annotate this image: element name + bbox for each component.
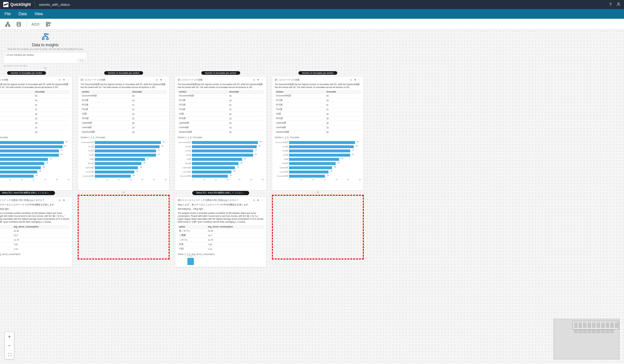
empty-card[interactable] <box>272 195 364 259</box>
separator <box>27 21 27 28</box>
more-icon[interactable]: ⋮ <box>261 199 264 202</box>
minimap[interactable] <box>553 319 619 359</box>
user-icon[interactable] <box>616 2 621 7</box>
bar-chart: DocumentDB課55EC2課54EFS課51FSx課51S3課42RDS課… <box>275 140 361 181</box>
flag-icon[interactable]: ⚑ <box>257 79 259 82</box>
card-col: Number of chocolates per section 課ごとのドーナ… <box>272 71 364 194</box>
refresh-icon[interactable]: ⟲ <box>253 199 255 202</box>
zoom-out-button[interactable]: − <box>5 341 14 350</box>
body-text: The analysis shows a moderate positive c… <box>0 212 70 223</box>
canvas[interactable]: Data to insights Describe the problem yo… <box>0 30 624 364</box>
card-title: 課のステータスとスナック消費量の間に関係はありますか？ <box>0 199 45 202</box>
more-icon[interactable]: ⋮ <box>164 79 167 82</box>
add-label: ADD: <box>31 22 40 26</box>
card-col: Number of chocolates per section 課ごとのドーナ… <box>0 71 72 194</box>
row-status: てください。 ⟲ ⚑ ⋮ ons 1. ます。 een status and d… <box>0 191 364 267</box>
logo-icon <box>3 2 8 7</box>
card-col <box>78 191 170 267</box>
flag-icon[interactable]: ⚑ <box>354 79 356 82</box>
database-icon[interactable] <box>16 21 22 28</box>
flag-icon[interactable]: ⚑ <box>63 199 65 202</box>
data-table: sectionchocolateDocumentDB課55EC2課54EFS課5… <box>0 90 70 134</box>
thread-pill[interactable]: Status 列と donut 列の相関を分析してください。 <box>192 191 249 195</box>
refresh-icon[interactable]: ⟲ <box>156 79 158 82</box>
data-table: sectionchocolateDocumentDB課55EC2課54EFS課5… <box>275 90 361 134</box>
insights-icon <box>3 33 87 42</box>
refresh-icon[interactable]: ⟲ <box>59 79 61 82</box>
menu-bar: File Data View <box>0 9 624 19</box>
insight-card[interactable]: 課のステータスとスナック消費量の間に関係はありますか？ ⟲ ⚑ ⋮ Step 1… <box>175 196 267 267</box>
thread-pill[interactable]: Number of chocolates per section <box>298 71 338 75</box>
insight-text: The DocumentDB課 has the highest number o… <box>275 83 361 89</box>
row-chocolates: Number of chocolates per section 課ごとのドーナ… <box>0 71 364 194</box>
more-icon[interactable]: ⋮ <box>67 199 70 202</box>
connector-icon: ⊕ <box>3 67 87 70</box>
zoom-in-button[interactable]: + <box>5 332 14 341</box>
chart-title: Section による Chocolate <box>81 136 167 139</box>
thread-pill[interactable]: Status 列と donut 列の相関を分析してください。 <box>0 191 55 195</box>
data-to-insights-panel: Data to insights Describe the problem yo… <box>3 33 87 70</box>
svg-rect-5 <box>46 22 48 24</box>
hierarchy-icon[interactable] <box>5 21 11 28</box>
app-logo[interactable]: QuickSight <box>3 2 31 7</box>
more-icon[interactable]: ⋮ <box>261 79 264 82</box>
empty-card[interactable] <box>78 195 170 259</box>
d2i-ask-button[interactable]: ADD <box>78 59 86 62</box>
chart-title: Section による Chocolate <box>178 136 264 139</box>
svg-rect-2 <box>6 25 7 26</box>
svg-point-4 <box>17 22 21 23</box>
thread-pill[interactable]: Number of chocolates per section <box>201 71 240 75</box>
bar-chart: DocumentDB課55EC2課54EFS課51FSx課51S3課42RDS課… <box>178 140 264 181</box>
add-visual-icon[interactable] <box>45 21 51 28</box>
card-title: 課ごとのドーナツの個数 <box>81 78 106 82</box>
step-text: Step 1: まず、各ステータスごとのドーナツの平均消費量を計算します。 <box>0 203 70 206</box>
data-table: sectionchocolateDocumentDB課55EC2課54EFS課5… <box>178 90 264 134</box>
more-icon[interactable]: ⋮ <box>358 79 361 82</box>
data-table: statusavg_donut_consumption超ごきげん21.62ご機嫌… <box>0 225 70 251</box>
step-text: Step 1: まず、各ステータスごとのドーナツの平均消費量を計算します。 <box>178 203 264 206</box>
insight-card[interactable]: 課ごとのドーナツの個数 ⟲ ⚑ ⋮ The DocumentDB課 has th… <box>0 76 72 191</box>
refresh-icon[interactable]: ⟲ <box>350 79 352 82</box>
insight-card[interactable]: 課ごとのドーナツの個数 ⟲ ⚑ ⋮ The DocumentDB課 has th… <box>175 76 267 191</box>
svg-rect-10 <box>47 38 49 40</box>
bar-chart: DocumentDB課55EC2課54EFS課51FSx課51S3課42RDS課… <box>0 140 70 181</box>
more-icon[interactable]: ⋮ <box>67 79 70 82</box>
svg-rect-3 <box>9 25 10 26</box>
flag-icon[interactable]: ⚑ <box>160 79 162 82</box>
card-col <box>272 191 364 267</box>
insight-card[interactable]: 課ごとのドーナツの個数 ⟲ ⚑ ⋮ The DocumentDB課 has th… <box>272 76 364 191</box>
svg-rect-1 <box>7 22 8 23</box>
refresh-icon[interactable]: ⟲ <box>253 79 255 82</box>
menu-view[interactable]: View <box>35 12 43 16</box>
d2i-input[interactable]: r of rice crackers per section ADD <box>3 52 87 64</box>
svg-rect-8 <box>44 34 46 35</box>
vbar-chart: 21.62 <box>0 257 70 265</box>
svg-rect-6 <box>46 25 48 26</box>
toolbar: ADD: <box>0 19 624 30</box>
d2i-title: Data to insights <box>3 43 87 47</box>
menu-file[interactable]: File <box>5 12 11 16</box>
analyzing-text: Still analyzing… Hang tight… <box>0 207 70 210</box>
zoom-fit-button[interactable]: ⛶ <box>5 350 14 359</box>
chart-title: Status による Avg_donut_consumption <box>0 253 70 256</box>
body-text: The analysis shows a moderate positive c… <box>178 212 264 223</box>
bar-chart: DocumentDB課55EC2課54EFS課51FSx課51S3課42RDS課… <box>81 140 167 181</box>
card-title: 課ごとのドーナツの個数 <box>0 78 8 82</box>
help-icon[interactable]: ? <box>609 2 612 7</box>
insight-card[interactable]: 課のステータスとスナック消費量の間に関係はありますか？ ⟲ ⚑ ⋮ Step 1… <box>0 196 72 267</box>
d2i-subtitle: Describe the problem you need to solve, … <box>3 48 87 50</box>
svg-rect-7 <box>49 22 50 24</box>
menu-data[interactable]: Data <box>18 12 27 16</box>
refresh-icon[interactable]: ⟲ <box>59 199 61 202</box>
vbar-chart: 21.62 <box>178 257 264 265</box>
file-name: sweets_with_status <box>39 3 70 6</box>
thread-pill[interactable]: Number of chocolates per section <box>104 71 143 75</box>
svg-point-0 <box>618 3 619 4</box>
card-col: Number of chocolates per section 課ごとのドーナ… <box>175 71 267 194</box>
insight-card[interactable]: 課ごとのドーナツの個数 ⟲ ⚑ ⋮ The DocumentDB課 has th… <box>78 76 170 191</box>
insight-text: The DocumentDB課 has the highest number o… <box>0 83 70 89</box>
thread-pill[interactable]: Number of chocolates per section <box>7 71 46 75</box>
flag-icon[interactable]: ⚑ <box>63 79 65 82</box>
flag-icon[interactable]: ⚑ <box>257 199 259 202</box>
d2i-input-text: r of rice crackers per section <box>6 54 34 56</box>
